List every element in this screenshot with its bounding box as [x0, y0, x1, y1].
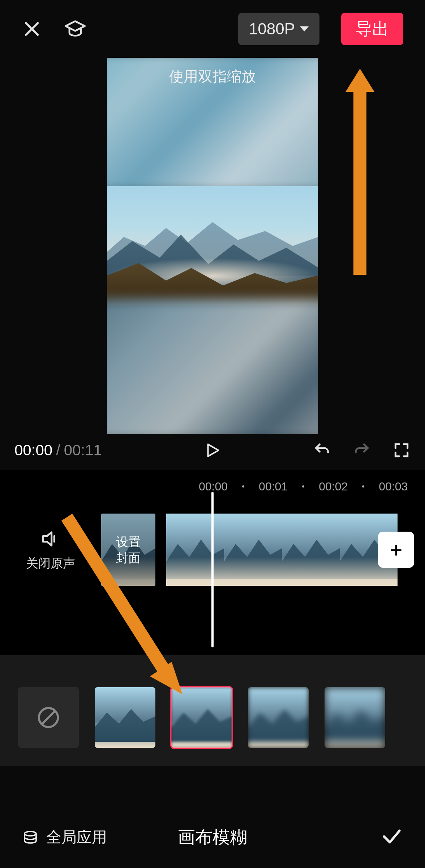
- header-bar: 1080P 导出: [0, 0, 425, 58]
- confirm-button[interactable]: [380, 825, 403, 850]
- blur-option-4[interactable]: [325, 687, 385, 748]
- chevron-down-icon: [300, 26, 309, 31]
- mute-audio-button[interactable]: 关闭原声: [0, 528, 101, 572]
- fullscreen-icon[interactable]: [392, 441, 411, 459]
- blur-option-1[interactable]: [95, 687, 155, 748]
- undo-icon[interactable]: [313, 441, 331, 459]
- cover-label: 设置 封面: [101, 514, 155, 586]
- pinch-hint: 使用双指缩放: [107, 67, 318, 86]
- speaker-icon: [39, 528, 62, 550]
- mute-label: 关闭原声: [26, 555, 75, 572]
- playhead[interactable]: [211, 492, 214, 647]
- playback-controls: 00:00 / 00:11: [0, 434, 425, 470]
- time-display: 00:00 / 00:11: [14, 442, 102, 459]
- clip-frame[interactable]: [166, 514, 224, 586]
- preview-area: 使用双指缩放: [0, 58, 425, 434]
- timeline[interactable]: 00:00 00:01 00:02 00:03 关闭原声 设置 封面 +: [0, 470, 425, 655]
- check-icon: [380, 825, 403, 848]
- canvas-video-frame: [107, 186, 318, 306]
- preview-canvas[interactable]: 使用双指缩放: [107, 58, 318, 434]
- close-icon[interactable]: [22, 19, 42, 39]
- clip-frame[interactable]: [224, 514, 282, 586]
- plus-icon: +: [390, 537, 402, 562]
- blur-option-none[interactable]: [18, 687, 79, 748]
- export-label: 导出: [356, 18, 389, 40]
- canvas-blur-bottom: [107, 299, 318, 434]
- clip-track[interactable]: +: [166, 514, 425, 586]
- no-symbol-icon: [36, 705, 61, 730]
- add-clip-button[interactable]: +: [378, 532, 414, 568]
- total-time: 00:11: [64, 442, 102, 459]
- panel-title: 画布模糊: [178, 826, 247, 849]
- play-icon[interactable]: [203, 441, 222, 459]
- export-button[interactable]: 导出: [341, 13, 403, 45]
- set-cover-button[interactable]: 设置 封面: [101, 514, 155, 586]
- resolution-button[interactable]: 1080P: [238, 13, 319, 45]
- blur-option-2[interactable]: [171, 687, 232, 748]
- blur-option-3[interactable]: [248, 687, 309, 748]
- global-apply-button[interactable]: 全局应用: [22, 827, 107, 847]
- stack-icon: [22, 829, 39, 846]
- global-apply-label: 全局应用: [46, 827, 107, 847]
- blur-panel: [0, 655, 425, 766]
- blur-options: [18, 687, 407, 748]
- redo-icon[interactable]: [353, 441, 371, 459]
- graduation-cap-icon[interactable]: [64, 17, 87, 41]
- current-time: 00:00: [14, 442, 52, 459]
- svg-point-1: [25, 831, 36, 836]
- footer-bar: 全局应用 画布模糊: [0, 807, 425, 868]
- clip-frame[interactable]: [282, 514, 340, 586]
- resolution-label: 1080P: [249, 20, 295, 38]
